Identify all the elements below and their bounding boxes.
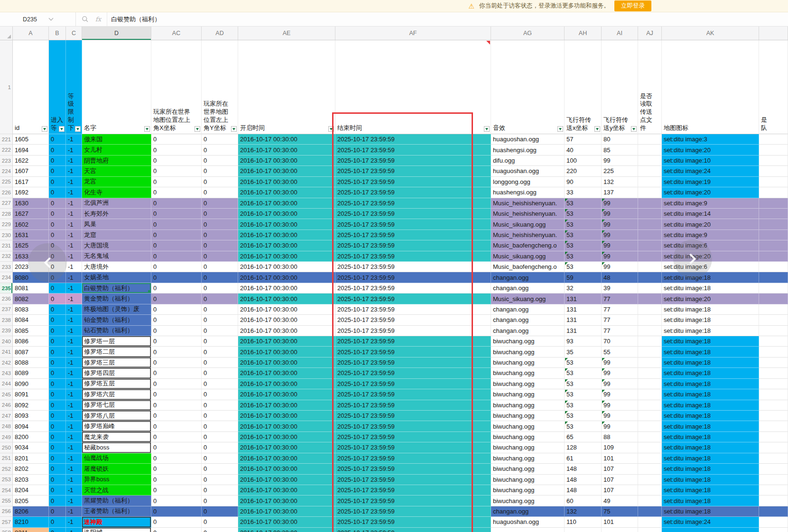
- cell-AE238[interactable]: 2016-10-17 00:30:00: [238, 315, 335, 325]
- cell-AE230[interactable]: 2016-10-17 00:30:00: [238, 230, 335, 240]
- cell-C247[interactable]: -1: [66, 411, 82, 421]
- row-header-254[interactable]: 254: [0, 485, 13, 495]
- cell-B235[interactable]: 0: [49, 283, 66, 294]
- row-header-231[interactable]: 231: [0, 240, 13, 251]
- cell-AH227[interactable]: 53: [565, 198, 602, 209]
- header-cell-AD[interactable]: 玩家所在世界地图位置左上角Y坐标: [202, 40, 238, 134]
- cell-AJ255[interactable]: [638, 495, 662, 506]
- cell-AI249[interactable]: 88: [602, 432, 638, 442]
- cell-AG228[interactable]: Music_heishishenyuan.: [491, 209, 565, 219]
- cell-C234[interactable]: -1: [66, 272, 82, 283]
- cell-AK228[interactable]: set:ditu image:14: [662, 209, 759, 219]
- cell-AG255[interactable]: biwuchang.ogg: [491, 495, 565, 506]
- cell-AG258[interactable]: [491, 528, 565, 532]
- column-header-AF[interactable]: AF: [335, 27, 491, 40]
- cell-AJ232[interactable]: [638, 251, 662, 262]
- cell-AJ225[interactable]: [638, 177, 662, 187]
- filter-arrow-icon[interactable]: [195, 126, 200, 132]
- row-header-236[interactable]: 236: [0, 294, 13, 304]
- cell-AH226[interactable]: 33: [565, 187, 602, 198]
- cell-AI245[interactable]: 99: [602, 389, 638, 400]
- cell-AC227[interactable]: 0: [151, 198, 202, 209]
- cell-A246[interactable]: 8092: [13, 400, 49, 411]
- cell-AH247[interactable]: 53: [565, 411, 602, 421]
- cell-X243[interactable]: [759, 368, 788, 378]
- cell-AG237[interactable]: changan.ogg: [491, 304, 565, 315]
- column-header-partial[interactable]: [759, 27, 788, 40]
- cell-AJ246[interactable]: [638, 400, 662, 411]
- cell-AG242[interactable]: biwuchang.ogg: [491, 358, 565, 368]
- cell-AE234[interactable]: 2016-10-17 00:30:00: [238, 272, 335, 283]
- cell-D257[interactable]: 迷神殿: [82, 517, 151, 527]
- cell-AI237[interactable]: 77: [602, 304, 638, 315]
- cell-AI238[interactable]: 77: [602, 315, 638, 325]
- cell-AG251[interactable]: biwuchang.ogg: [491, 453, 565, 464]
- row-header-234[interactable]: 234: [0, 272, 13, 283]
- cell-AK227[interactable]: set:ditu image:9: [662, 198, 759, 209]
- cell-AG252[interactable]: biwuchang.ogg: [491, 464, 565, 474]
- cell-AH248[interactable]: 53: [565, 421, 602, 431]
- cell-AH239[interactable]: 131: [565, 326, 602, 336]
- cell-AK250[interactable]: set:ditu image:18: [662, 442, 759, 453]
- cell-AC235[interactable]: 0: [151, 283, 202, 294]
- cell-X230[interactable]: [759, 230, 788, 240]
- cell-AD228[interactable]: 0: [202, 209, 238, 219]
- cell-AH235[interactable]: 32: [565, 283, 602, 294]
- cell-AK234[interactable]: set:ditu image:18: [662, 272, 759, 283]
- cell-AH258[interactable]: [565, 528, 602, 532]
- cell-AI258[interactable]: [602, 528, 638, 532]
- cell-AD243[interactable]: 0: [202, 368, 238, 378]
- row-header-250[interactable]: 250: [0, 442, 13, 453]
- cell-AC239[interactable]: 0: [151, 326, 202, 336]
- cell-AH246[interactable]: 53: [565, 400, 602, 411]
- chevron-down-icon[interactable]: [48, 16, 53, 21]
- cell-AJ250[interactable]: [638, 442, 662, 453]
- cell-C245[interactable]: -1: [66, 389, 82, 400]
- cell-AG226[interactable]: huashengsi.ogg: [491, 187, 565, 198]
- cell-X234[interactable]: [759, 272, 788, 283]
- cell-AI230[interactable]: 99: [602, 230, 638, 240]
- filter-arrow-icon[interactable]: [631, 126, 637, 132]
- cell-AE224[interactable]: 2016-10-17 00:30:00: [238, 166, 335, 176]
- cell-AF258[interactable]: 2025-10-17 23:59:59: [335, 528, 491, 532]
- cell-D251[interactable]: 仙魔战场: [82, 453, 151, 464]
- cell-X253[interactable]: [759, 475, 788, 485]
- cell-AE241[interactable]: 2016-10-17 00:30:00: [238, 347, 335, 357]
- filter-arrow-icon[interactable]: [557, 126, 563, 132]
- cell-AJ240[interactable]: [638, 336, 662, 347]
- cell-AE222[interactable]: 2016-10-17 00:30:00: [238, 145, 335, 155]
- row-header-232[interactable]: 232: [0, 251, 13, 262]
- cell-D234[interactable]: 女娲圣地: [82, 272, 151, 283]
- row-header-241[interactable]: 241: [0, 347, 13, 357]
- cell-B254[interactable]: 0: [49, 485, 66, 495]
- cell-AD239[interactable]: 0: [202, 326, 238, 336]
- cell-AC255[interactable]: 0: [151, 495, 202, 506]
- cell-A250[interactable]: 9034: [13, 442, 49, 453]
- cell-X246[interactable]: [759, 400, 788, 411]
- cell-AK224[interactable]: set:ditu image:24: [662, 166, 759, 176]
- scroll-right-hint[interactable]: [673, 239, 712, 278]
- cell-AG234[interactable]: changan.ogg: [491, 272, 565, 283]
- cell-AE223[interactable]: 2016-10-17 00:30:00: [238, 156, 335, 166]
- cell-AD237[interactable]: 0: [202, 304, 238, 315]
- filter-arrow-icon[interactable]: [75, 126, 81, 132]
- cell-AH234[interactable]: 59: [565, 272, 602, 283]
- cell-D248[interactable]: 修罗塔巅峰: [82, 421, 151, 431]
- cell-AH229[interactable]: 53: [565, 219, 602, 229]
- cell-AI247[interactable]: 99: [602, 411, 638, 421]
- cell-AE221[interactable]: 2016-10-17 00:30:00: [238, 134, 335, 145]
- cell-AI236[interactable]: 77: [602, 294, 638, 304]
- cell-B241[interactable]: 0: [49, 347, 66, 357]
- header-cell-AF[interactable]: 结束时间: [335, 40, 491, 134]
- cell-D255[interactable]: 黑耀赞助（福利）: [82, 495, 151, 506]
- cell-B256[interactable]: 0: [49, 506, 66, 517]
- row-header-221[interactable]: 221: [0, 134, 13, 145]
- cell-B250[interactable]: 0: [49, 442, 66, 453]
- cell-X236[interactable]: [759, 294, 788, 304]
- cell-X244[interactable]: [759, 379, 788, 389]
- cell-AF236[interactable]: 2025-10-17 23:59:59: [335, 294, 491, 304]
- filter-arrow-icon[interactable]: [231, 126, 237, 132]
- cell-AD230[interactable]: 0: [202, 230, 238, 240]
- cell-D247[interactable]: 修罗塔八层: [82, 411, 151, 421]
- cell-A245[interactable]: 8091: [13, 389, 49, 400]
